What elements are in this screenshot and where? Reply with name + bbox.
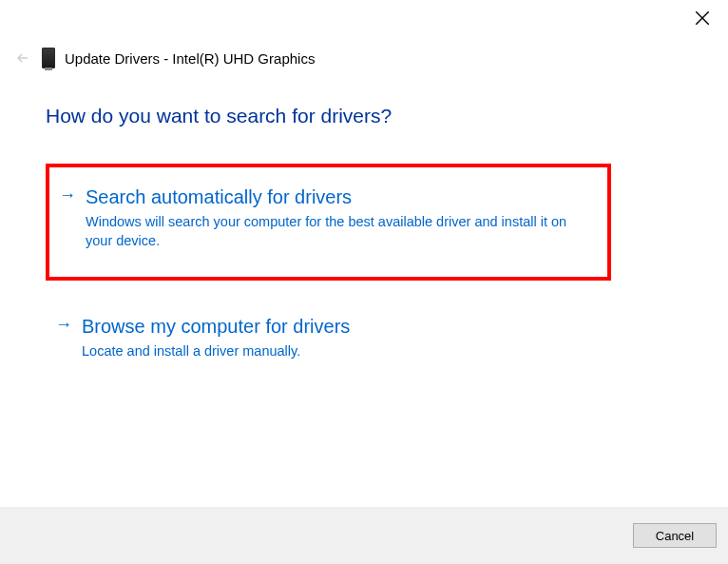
device-icon <box>42 48 55 68</box>
cancel-button[interactable]: Cancel <box>633 523 717 548</box>
dialog-footer: Cancel <box>0 507 728 564</box>
arrow-right-icon: → <box>55 314 72 335</box>
page-heading: How do you want to search for drivers? <box>46 105 392 127</box>
option-search-automatically[interactable]: → Search automatically for drivers Windo… <box>46 164 611 281</box>
close-icon[interactable] <box>694 10 711 27</box>
arrow-right-icon: → <box>59 185 76 205</box>
dialog-title: Update Drivers - Intel(R) UHD Graphics <box>65 50 315 67</box>
back-arrow-icon <box>13 49 32 68</box>
dialog-header: Update Drivers - Intel(R) UHD Graphics <box>13 48 315 68</box>
option-description: Windows will search your computer for th… <box>86 213 594 250</box>
option-title: Search automatically for drivers <box>86 185 594 209</box>
option-title: Browse my computer for drivers <box>82 314 598 339</box>
option-description: Locate and install a driver manually. <box>82 342 598 361</box>
option-browse-computer[interactable]: → Browse my computer for drivers Locate … <box>46 301 611 375</box>
